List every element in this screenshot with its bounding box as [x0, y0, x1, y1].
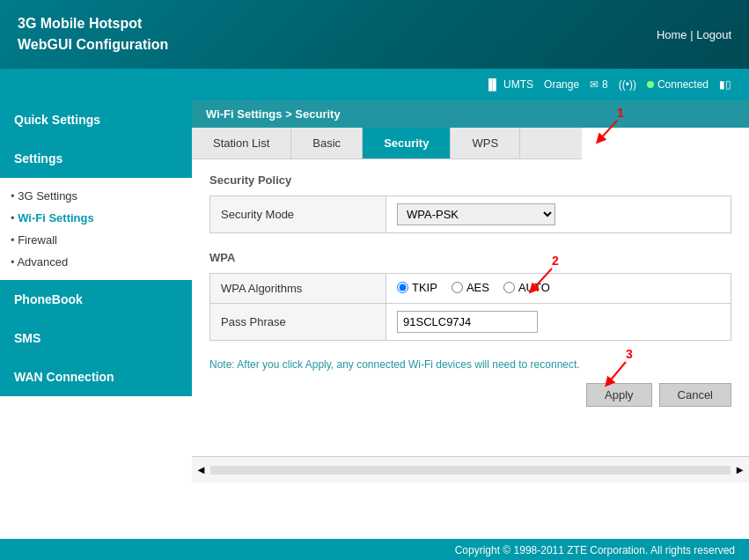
settings-nav: 3G Settings Wi-Fi Settings Firewall Adva… [0, 178, 192, 280]
tab-wps[interactable]: WPS [451, 128, 520, 158]
tab-station-list[interactable]: Station List [192, 128, 291, 158]
security-mode-label: Security Mode [210, 196, 386, 233]
sms-header[interactable]: SMS [0, 319, 192, 357]
header-nav: Home | Logout [657, 28, 731, 41]
signal-status: ▐▌ UMTS [485, 78, 533, 91]
wpa-algorithms-row: WPA Algorithms TKIP [210, 274, 731, 304]
scroll-track[interactable] [210, 466, 731, 475]
copyright-text: Copyright © 1998-2011 ZTE Corporation. A… [455, 544, 735, 556]
pass-phrase-row: Pass Phrase [210, 304, 731, 341]
settings-header[interactable]: Settings [0, 139, 192, 178]
radio-tkip-label: TKIP [412, 281, 437, 294]
sidebar-item-firewall[interactable]: Firewall [11, 229, 181, 251]
security-mode-value-cell: WPA-PSK WPA2-PSK Disable [386, 196, 731, 233]
sidebar: Quick Settings Settings 3G Settings Wi-F… [0, 100, 192, 539]
wpa-algorithms-value-cell: TKIP AES AUTO [386, 274, 731, 304]
quick-settings-header[interactable]: Quick Settings [0, 100, 192, 139]
sidebar-item-advanced[interactable]: Advanced [11, 251, 181, 273]
button-row: 3 Apply Cancel [209, 383, 731, 407]
form-content: Security Policy Security Mode WPA-PSK WP… [192, 159, 749, 421]
battery-icon: ▮▯ [719, 78, 731, 91]
svg-text:3: 3 [626, 347, 633, 361]
wifi-settings-link[interactable]: Wi-Fi Settings [18, 211, 94, 225]
radio-aes[interactable]: AES [452, 281, 489, 294]
main-layout: Quick Settings Settings 3G Settings Wi-F… [0, 100, 749, 539]
svg-text:1: 1 [617, 106, 624, 120]
tab-security[interactable]: Security [363, 128, 451, 158]
message-status: ✉ 8 [590, 78, 608, 91]
wan-connection-header[interactable]: WAN Connection [0, 357, 192, 396]
home-link[interactable]: Home [657, 28, 687, 41]
wifi-icon: ((•)) [619, 78, 636, 91]
wpa-algorithms-label: WPA Algorithms [210, 274, 386, 304]
wpa-section: WPA WPA Algorithms TKIP [209, 251, 731, 341]
3g-settings-link[interactable]: 3G Settings [18, 189, 77, 203]
svg-line-3 [532, 269, 552, 290]
content-area: Wi-Fi Settings > Security 1 Station List… [192, 100, 749, 539]
wpa-table: WPA Algorithms TKIP [209, 273, 731, 341]
security-mode-row: Security Mode WPA-PSK WPA2-PSK Disable [210, 196, 731, 233]
tab-basic[interactable]: Basic [291, 128, 363, 158]
annotation-arrow-3: 3 [599, 348, 652, 392]
sidebar-item-wifi[interactable]: Wi-Fi Settings [11, 207, 181, 229]
app-title: 3G Mobile Hotspot WebGUI Configuration [18, 13, 168, 55]
network-type: UMTS [503, 78, 533, 91]
footer: Copyright © 1998-2011 ZTE Corporation. A… [0, 539, 749, 560]
tab-bar: Station List Basic Security WPS [192, 128, 582, 159]
header: 3G Mobile Hotspot WebGUI Configuration H… [0, 0, 749, 69]
radio-auto-input[interactable] [503, 282, 515, 293]
svg-text:2: 2 [552, 254, 559, 268]
security-policy-title: Security Policy [209, 173, 731, 187]
svg-line-1 [599, 121, 617, 140]
connected-label: Connected [657, 78, 709, 91]
status-bar: ▐▌ UMTS Orange ✉ 8 ((•)) Connected ▮▯ [0, 69, 749, 100]
advanced-link[interactable]: Advanced [17, 255, 68, 269]
sidebar-item-3g[interactable]: 3G Settings [11, 185, 181, 207]
wifi-status: ((•)) [619, 78, 636, 91]
connected-dot [647, 81, 654, 88]
radio-aes-input[interactable] [452, 282, 463, 293]
content-inner: Wi-Fi Settings > Security 1 Station List… [192, 100, 749, 421]
scroll-right-arrow[interactable]: ► [734, 463, 745, 476]
settings-section: Settings 3G Settings Wi-Fi Settings Fire… [0, 139, 192, 280]
note-text: Note: After you click Apply, any connect… [209, 358, 731, 371]
radio-aes-label: AES [466, 281, 489, 294]
scroll-area[interactable]: ◄ ► [192, 456, 749, 483]
security-policy-table: Security Mode WPA-PSK WPA2-PSK Disable [209, 195, 731, 233]
phonebook-header[interactable]: PhoneBook [0, 280, 192, 319]
breadcrumb: Wi-Fi Settings > Security [192, 100, 749, 128]
carrier-status: Orange [544, 78, 579, 91]
wpa-title: WPA [209, 251, 731, 264]
radio-tkip-input[interactable] [397, 282, 408, 293]
message-count: 8 [602, 78, 608, 91]
pass-phrase-input[interactable] [397, 311, 538, 333]
connected-status: Connected [647, 78, 709, 91]
annotation-arrow-1: 1 [582, 107, 635, 151]
radio-tkip[interactable]: TKIP [397, 281, 437, 294]
battery-status: ▮▯ [719, 78, 731, 91]
cancel-button[interactable]: Cancel [659, 383, 731, 407]
scroll-left-arrow[interactable]: ◄ [195, 463, 207, 476]
logout-link[interactable]: Logout [696, 28, 731, 41]
pass-phrase-label: Pass Phrase [210, 304, 386, 341]
signal-icon: ▐▌ [485, 78, 500, 91]
firewall-link[interactable]: Firewall [18, 233, 57, 247]
envelope-icon: ✉ [590, 78, 598, 91]
pass-phrase-value-cell [386, 304, 731, 341]
security-mode-select[interactable]: WPA-PSK WPA2-PSK Disable [397, 203, 555, 225]
annotation-arrow-2: 2 [524, 254, 576, 298]
svg-line-5 [608, 362, 626, 383]
